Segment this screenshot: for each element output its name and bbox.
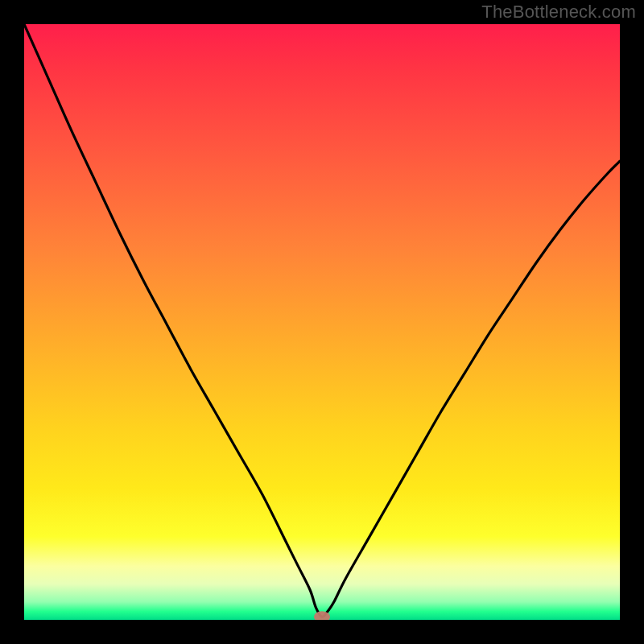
watermark-text: TheBottleneck.com	[481, 2, 636, 23]
plot-area	[24, 24, 620, 620]
chart-svg	[24, 24, 620, 620]
bottleneck-curve	[24, 24, 620, 617]
chart-frame: TheBottleneck.com	[0, 0, 644, 644]
